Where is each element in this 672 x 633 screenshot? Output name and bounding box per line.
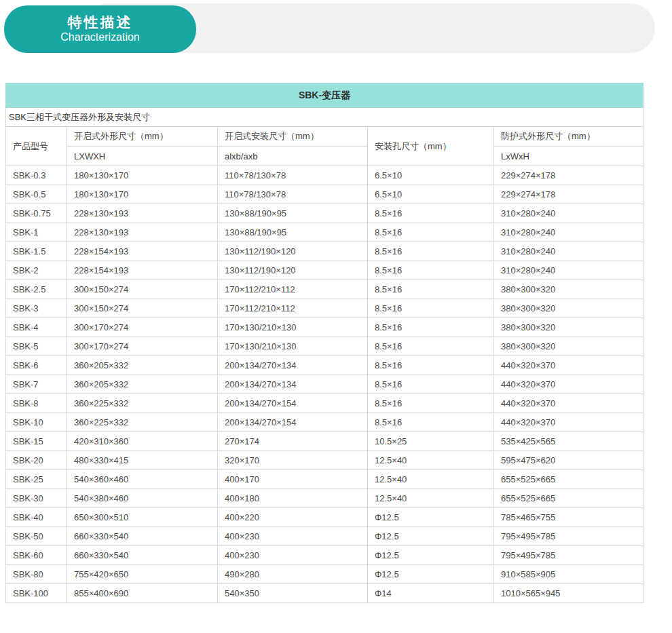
cell-hole: 12.5×40 — [368, 470, 494, 489]
cell-hole: 8.5×16 — [368, 299, 494, 318]
cell-open-outline: 360×205×332 — [67, 375, 218, 394]
cell-hole: 8.5×16 — [368, 337, 494, 356]
cell-open-outline: 660×330×540 — [67, 527, 218, 546]
cell-open-outline: 755×420×650 — [67, 565, 218, 584]
table-row: SBK-2 228×154×193 130×112/190×120 8.5×16… — [6, 261, 643, 280]
table-title: SBK-变压器 — [6, 83, 643, 108]
cell-protected-outline: 380×300×320 — [494, 318, 643, 337]
cell-model: SBK-5 — [6, 337, 67, 356]
cell-model: SBK-10 — [6, 413, 67, 432]
cell-open-outline: 228×130×193 — [67, 204, 218, 223]
cell-protected-outline: 440×320×370 — [494, 375, 643, 394]
cell-open-mount: 540×350 — [218, 584, 368, 603]
cell-open-mount: 170×112/210×112 — [218, 299, 368, 318]
cell-open-mount: 110×78/130×78 — [218, 185, 368, 204]
cell-model: SBK-50 — [6, 527, 67, 546]
spec-table: SBK-变压器 SBK三相干式变压器外形及安装尺寸 产品型号 开启式外形尺寸（m… — [5, 83, 643, 603]
cell-hole: 8.5×16 — [368, 413, 494, 432]
cell-model: SBK-15 — [6, 432, 67, 451]
table-row: SBK-60 660×330×540 400×230 Φ12.5 795×495… — [6, 546, 643, 565]
cell-hole: 12.5×40 — [368, 451, 494, 470]
cell-hole: 8.5×16 — [368, 318, 494, 337]
cell-open-mount: 130×112/190×120 — [218, 242, 368, 261]
table-row: SBK-0.5 180×130×170 110×78/130×78 6.5×10… — [6, 185, 643, 204]
cell-hole: 8.5×16 — [368, 223, 494, 242]
cell-hole: 8.5×16 — [368, 242, 494, 261]
cell-model: SBK-0.3 — [6, 166, 67, 185]
col-header-open-outline: 开启式外形尺寸（mm） — [67, 127, 218, 147]
table-body: SBK-0.3 180×130×170 110×78/130×78 6.5×10… — [6, 166, 643, 603]
col-subheader-open-outline-formula: LXWXH — [67, 147, 218, 166]
table-row: SBK-8 360×225×332 200×134/270×154 8.5×16… — [6, 394, 643, 413]
cell-model: SBK-40 — [6, 508, 67, 527]
cell-model: SBK-30 — [6, 489, 67, 508]
col-subheader-open-mount-formula: alxb/axb — [218, 147, 368, 166]
cell-protected-outline: 655×525×665 — [494, 470, 643, 489]
cell-open-mount: 200×134/270×134 — [218, 356, 368, 375]
cell-protected-outline: 310×280×240 — [494, 261, 643, 280]
cell-open-outline: 855×400×690 — [67, 584, 218, 603]
cell-open-outline: 180×130×170 — [67, 185, 218, 204]
cell-model: SBK-2.5 — [6, 280, 67, 299]
cell-open-mount: 400×180 — [218, 489, 368, 508]
cell-open-outline: 540×360×460 — [67, 470, 218, 489]
cell-model: SBK-60 — [6, 546, 67, 565]
cell-open-mount: 200×134/270×154 — [218, 413, 368, 432]
cell-protected-outline: 310×280×240 — [494, 242, 643, 261]
cell-protected-outline: 440×320×370 — [494, 394, 643, 413]
cell-hole: 8.5×16 — [368, 261, 494, 280]
cell-open-mount: 400×220 — [218, 508, 368, 527]
table-row: SBK-100 855×400×690 540×350 Φ14 1010×565… — [6, 584, 643, 603]
cell-open-outline: 360×225×332 — [67, 394, 218, 413]
cell-open-mount: 270×174 — [218, 432, 368, 451]
cell-open-outline: 228×154×193 — [67, 242, 218, 261]
section-header: 特性描述 Characterization — [0, 0, 672, 62]
cell-open-outline: 300×150×274 — [67, 299, 218, 318]
cell-protected-outline: 535×425×565 — [494, 432, 643, 451]
cell-protected-outline: 229×274×178 — [494, 185, 643, 204]
cell-open-mount: 170×130/210×130 — [218, 318, 368, 337]
section-badge: 特性描述 Characterization — [4, 5, 196, 53]
cell-hole: Φ14 — [368, 584, 494, 603]
cell-open-outline: 228×154×193 — [67, 261, 218, 280]
cell-protected-outline: 310×280×240 — [494, 204, 643, 223]
cell-hole: Φ12.5 — [368, 527, 494, 546]
cell-protected-outline: 229×274×178 — [494, 166, 643, 185]
spec-table-container: SBK-变压器 SBK三相干式变压器外形及安装尺寸 产品型号 开启式外形尺寸（m… — [5, 83, 643, 603]
cell-open-outline: 360×225×332 — [67, 413, 218, 432]
cell-open-outline: 228×130×193 — [67, 223, 218, 242]
cell-open-outline: 420×310×360 — [67, 432, 218, 451]
cell-hole: 8.5×16 — [368, 375, 494, 394]
cell-hole: Φ12.5 — [368, 508, 494, 527]
cell-model: SBK-1.5 — [6, 242, 67, 261]
cell-protected-outline: 440×320×370 — [494, 413, 643, 432]
cell-hole: 8.5×16 — [368, 280, 494, 299]
cell-hole: 6.5×10 — [368, 185, 494, 204]
cell-open-outline: 360×205×332 — [67, 356, 218, 375]
cell-protected-outline: 595×475×620 — [494, 451, 643, 470]
section-title-en: Characterization — [60, 31, 140, 43]
table-row: SBK-1.5 228×154×193 130×112/190×120 8.5×… — [6, 242, 643, 261]
table-row: SBK-1 228×130×193 130×88/190×95 8.5×16 3… — [6, 223, 643, 242]
cell-open-outline: 300×170×274 — [67, 318, 218, 337]
cell-model: SBK-100 — [6, 584, 67, 603]
cell-hole: Φ12.5 — [368, 546, 494, 565]
cell-open-mount: 400×230 — [218, 527, 368, 546]
cell-protected-outline: 380×300×320 — [494, 280, 643, 299]
cell-protected-outline: 795×495×785 — [494, 546, 643, 565]
cell-hole: 8.5×16 — [368, 394, 494, 413]
cell-open-mount: 170×112/210×112 — [218, 280, 368, 299]
cell-model: SBK-8 — [6, 394, 67, 413]
cell-open-mount: 400×230 — [218, 546, 368, 565]
cell-open-mount: 200×134/270×154 — [218, 394, 368, 413]
table-row: SBK-20 480×330×415 320×170 12.5×40 595×4… — [6, 451, 643, 470]
table-row: SBK-40 650×300×510 400×220 Φ12.5 785×465… — [6, 508, 643, 527]
cell-hole: 8.5×16 — [368, 356, 494, 375]
cell-protected-outline: 380×300×320 — [494, 337, 643, 356]
cell-open-outline: 180×130×170 — [67, 166, 218, 185]
cell-open-mount: 170×130/210×130 — [218, 337, 368, 356]
cell-open-mount: 130×88/190×95 — [218, 223, 368, 242]
cell-open-outline: 660×330×540 — [67, 546, 218, 565]
cell-model: SBK-20 — [6, 451, 67, 470]
table-row: SBK-6 360×205×332 200×134/270×134 8.5×16… — [6, 356, 643, 375]
